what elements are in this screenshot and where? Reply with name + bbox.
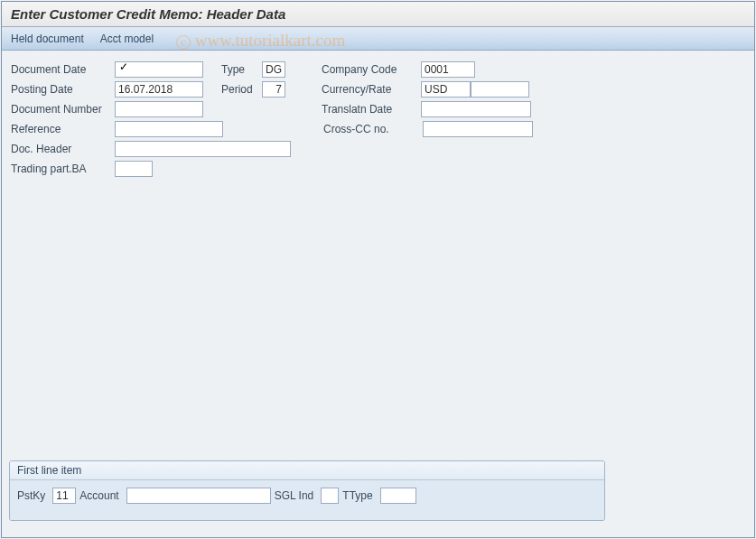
rate-input[interactable] — [471, 81, 529, 98]
document-number-input[interactable] — [115, 101, 203, 117]
sgl-ind-label: SGL Ind — [275, 489, 314, 502]
reference-input[interactable] — [115, 121, 223, 137]
toolbar: Held document Acct model — [2, 27, 754, 51]
cross-cc-no-label: Cross-CC no. — [323, 123, 423, 135]
document-number-label: Document Number — [11, 103, 115, 116]
title-bar: Enter Customer Credit Memo: Header Data — [2, 2, 754, 27]
pstky-label: PstKy — [17, 489, 45, 502]
account-label: Account — [79, 489, 118, 502]
sgl-ind-input[interactable] — [321, 488, 339, 504]
trading-part-ba-label: Trading part.BA — [11, 163, 115, 175]
company-code-label: Company Code — [322, 63, 421, 76]
period-label: Period — [221, 83, 262, 96]
period-input[interactable] — [262, 81, 285, 98]
checkbox-icon[interactable] — [118, 62, 131, 75]
pstky-input[interactable] — [52, 488, 76, 504]
doc-header-input[interactable] — [115, 141, 291, 157]
ttype-label: TType — [342, 489, 372, 502]
currency-input[interactable] — [421, 81, 471, 98]
type-input[interactable] — [262, 61, 285, 78]
type-label: Type — [221, 63, 262, 76]
currency-rate-label: Currency/Rate — [322, 83, 421, 96]
doc-header-label: Doc. Header — [11, 143, 115, 155]
reference-label: Reference — [11, 123, 115, 135]
acct-model-button[interactable]: Acct model — [100, 33, 154, 45]
posting-date-input[interactable] — [115, 81, 203, 98]
first-line-item-title: First line item — [10, 461, 604, 480]
company-code-input[interactable] — [421, 61, 475, 78]
translatn-date-label: Translatn Date — [322, 103, 421, 116]
document-date-label: Document Date — [11, 63, 115, 76]
page-title: Enter Customer Credit Memo: Header Data — [11, 6, 285, 22]
held-document-button[interactable]: Held document — [11, 33, 84, 45]
account-input[interactable] — [126, 488, 271, 504]
translatn-date-input[interactable] — [421, 101, 531, 117]
ttype-input[interactable] — [380, 488, 416, 504]
form-area: Document Date Type Company Code Posting … — [2, 51, 754, 430]
first-line-item-panel: First line item PstKy Account SGL Ind TT… — [9, 460, 605, 521]
cross-cc-no-input[interactable] — [423, 121, 533, 137]
trading-part-ba-input[interactable] — [115, 161, 153, 177]
posting-date-label: Posting Date — [11, 83, 115, 96]
